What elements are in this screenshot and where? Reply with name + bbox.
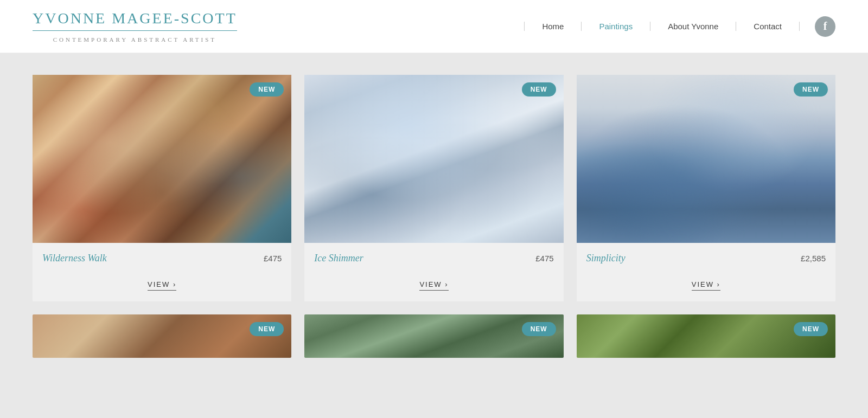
site-header: YVONNE MAGEE-SCOTT CONTEMPORARY ABSTRACT… [0, 0, 868, 53]
view-link-ice-shimmer: VIEW › [304, 276, 563, 291]
painting-info-simplicity: Simplicity £2,585 [577, 243, 835, 264]
painting-price-wilderness: £475 [264, 254, 282, 263]
painting-title-ice-shimmer: Ice Shimmer [314, 253, 363, 264]
paintings-grid: NEW Wilderness Walk £475 VIEW › NEW Ice … [33, 75, 835, 301]
painting-card-wilderness: NEW Wilderness Walk £475 VIEW › [33, 75, 291, 301]
painting-image-bottom-1: NEW [33, 314, 291, 358]
view-button-wilderness[interactable]: VIEW › [148, 280, 176, 291]
painting-card-simplicity: NEW Simplicity £2,585 VIEW › [577, 75, 835, 301]
paintings-grid-bottom: NEW NEW NEW [33, 314, 835, 358]
main-nav: Home Paintings About Yvonne Contact f [524, 16, 835, 37]
nav-contact[interactable]: Contact [736, 22, 800, 31]
painting-info-wilderness: Wilderness Walk £475 [33, 243, 291, 264]
artist-subtitle: CONTEMPORARY ABSTRACT ARTIST [53, 36, 216, 43]
nav-paintings[interactable]: Paintings [582, 22, 650, 31]
painting-card-bottom-2: NEW [304, 314, 563, 358]
painting-card-bottom-3: NEW [577, 314, 835, 358]
new-badge-bottom-1: NEW [250, 322, 284, 336]
painting-card-ice-shimmer: NEW Ice Shimmer £475 VIEW › [304, 75, 563, 301]
facebook-icon[interactable]: f [815, 16, 835, 37]
new-badge-wilderness: NEW [250, 82, 284, 97]
logo-divider [33, 30, 237, 31]
artist-name: YVONNE MAGEE-SCOTT [33, 10, 237, 27]
painting-info-ice-shimmer: Ice Shimmer £475 [304, 243, 563, 264]
view-link-wilderness: VIEW › [33, 276, 291, 291]
painting-image-wilderness: NEW [33, 75, 291, 243]
main-content: NEW Wilderness Walk £475 VIEW › NEW Ice … [0, 53, 868, 380]
view-button-simplicity[interactable]: VIEW › [692, 280, 720, 291]
view-link-simplicity: VIEW › [577, 276, 835, 291]
new-badge-ice-shimmer: NEW [522, 82, 556, 97]
new-badge-bottom-3: NEW [794, 322, 828, 336]
new-badge-simplicity: NEW [794, 82, 828, 97]
new-badge-bottom-2: NEW [522, 322, 556, 336]
painting-price-simplicity: £2,585 [801, 254, 826, 263]
view-button-ice-shimmer[interactable]: VIEW › [419, 280, 448, 291]
painting-image-bottom-2: NEW [304, 314, 563, 358]
nav-about[interactable]: About Yvonne [650, 22, 736, 31]
painting-image-ice-shimmer: NEW [304, 75, 563, 243]
painting-image-bottom-3: NEW [577, 314, 835, 358]
nav-home[interactable]: Home [524, 22, 582, 31]
painting-title-simplicity: Simplicity [586, 253, 626, 264]
site-logo: YVONNE MAGEE-SCOTT CONTEMPORARY ABSTRACT… [33, 10, 237, 43]
painting-price-ice-shimmer: £475 [535, 254, 553, 263]
painting-card-bottom-1: NEW [33, 314, 291, 358]
painting-title-wilderness: Wilderness Walk [42, 253, 107, 264]
painting-image-simplicity: NEW [577, 75, 835, 243]
